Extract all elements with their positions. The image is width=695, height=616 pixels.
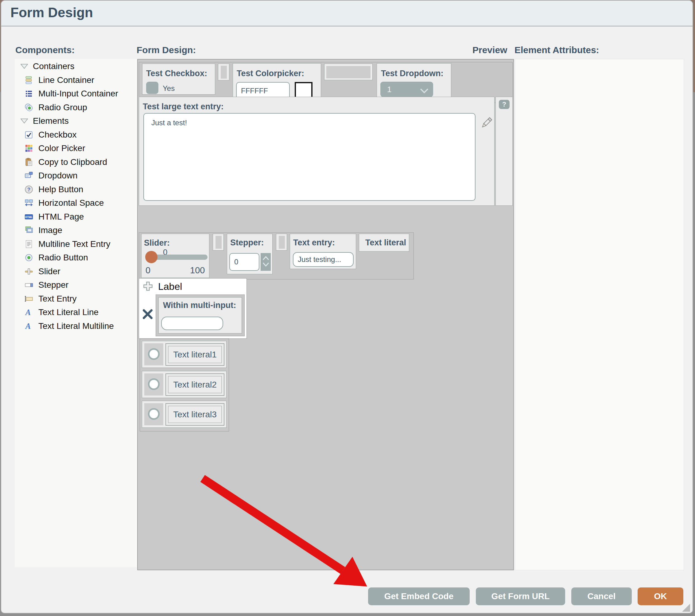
cancel-button[interactable]: Cancel xyxy=(571,587,632,605)
sidebar-item-label: Text Literal Line xyxy=(38,307,99,317)
stepper-up-icon[interactable] xyxy=(262,256,270,262)
sidebar-item-line-container[interactable]: Line Container xyxy=(15,73,137,87)
radio-option-label: Text literal3 xyxy=(168,406,222,423)
stepper-input[interactable]: 0 xyxy=(229,253,259,271)
line-container-icon xyxy=(24,76,33,85)
form-design-label: Form Design: xyxy=(137,45,196,55)
sidebar-item-html-page[interactable]: HTML HTML Page xyxy=(15,210,137,224)
sidebar-item-text-entry[interactable]: Text Entry xyxy=(15,292,137,306)
pencil-icon[interactable] xyxy=(479,115,494,131)
triangle-expander-icon[interactable] xyxy=(20,62,29,71)
text-entry-label: Text entry: xyxy=(293,238,335,248)
radio-button[interactable] xyxy=(148,348,159,360)
html-page-icon: HTML xyxy=(24,212,33,221)
ok-button[interactable]: OK xyxy=(638,587,683,605)
help-button[interactable]: ? xyxy=(499,100,510,109)
dropdown-select[interactable]: 1 xyxy=(380,82,433,97)
delete-x-icon[interactable] xyxy=(141,308,154,321)
sidebar-item-slider[interactable]: Slider xyxy=(15,265,137,279)
sidebar-item-label: Text Entry xyxy=(38,294,77,304)
spacer-bar xyxy=(221,66,227,79)
sidebar-item-copy-to-clipboard[interactable]: Copy to Clipboard xyxy=(15,155,137,169)
horizontal-space-widget[interactable] xyxy=(324,64,373,80)
radio-option-row[interactable]: Text literal1 xyxy=(142,341,226,368)
components-label: Components: xyxy=(15,45,74,55)
dialog-titlebar: Form Design xyxy=(1,1,693,27)
preview-tab[interactable]: Preview xyxy=(472,45,507,55)
checkbox-value-label: Yes xyxy=(163,84,175,93)
triangle-expander-icon[interactable] xyxy=(20,116,29,126)
text-entry-icon xyxy=(24,294,33,303)
large-textarea[interactable]: Just a test! xyxy=(143,113,475,201)
dropdown-icon xyxy=(24,171,33,180)
container-row-3[interactable]: Slider: 0 0 100 Stepper: 0 Text entry: J xyxy=(139,232,414,280)
multi-input-container-icon xyxy=(24,89,33,98)
components-panel: Containers Line Container Multi-Input Co… xyxy=(15,59,137,567)
tree-section-elements[interactable]: Elements xyxy=(15,114,137,128)
sidebar-item-multi-input-container[interactable]: Multi-Input Container xyxy=(15,87,137,101)
radio-button[interactable] xyxy=(148,378,159,390)
dropdown-value: 1 xyxy=(387,85,391,94)
sidebar-item-stepper[interactable]: Stepper xyxy=(15,278,137,292)
form-design-dialog: Form Design Components: Form Design: Pre… xyxy=(1,0,693,614)
checkbox-box[interactable] xyxy=(146,82,158,94)
radio-button[interactable] xyxy=(148,408,159,420)
stepper-down-icon[interactable] xyxy=(262,262,270,268)
text-entry-input[interactable]: Just testing... xyxy=(293,252,354,267)
sidebar-item-multiline-text-entry[interactable]: Multiline Text Entry xyxy=(15,237,137,251)
sidebar-item-color-picker[interactable]: Color Picker xyxy=(15,141,137,155)
sidebar-item-horizontal-space[interactable]: Horizontal Space xyxy=(15,196,137,210)
radio-cell xyxy=(144,373,163,396)
within-multi-input-label: Within multi-input: xyxy=(163,301,236,310)
large-text-label: Test large text entry: xyxy=(143,102,224,112)
slider-track[interactable] xyxy=(151,254,207,260)
sidebar-item-checkbox[interactable]: Checkbox xyxy=(15,128,137,142)
sidebar-item-image[interactable]: Image xyxy=(15,223,137,237)
test-dropdown-widget[interactable]: Test Dropdown: 1 xyxy=(377,63,451,100)
spacer-bar xyxy=(279,236,285,249)
radio-cell xyxy=(144,343,163,365)
label-group-widget[interactable]: Label Within multi-input: xyxy=(139,278,247,339)
sidebar-item-label: Radio Group xyxy=(38,103,87,112)
dialog-title: Form Design xyxy=(11,5,93,20)
stepper-buttons[interactable] xyxy=(260,253,271,271)
svg-text:?: ? xyxy=(27,186,30,192)
sidebar-item-radio-group[interactable]: Radio Group xyxy=(15,101,137,115)
radio-option-row[interactable]: Text literal3 xyxy=(142,401,226,428)
test-large-text-widget[interactable]: Test large text entry: Just a test! xyxy=(139,97,494,206)
text-literal-widget[interactable]: Text literal xyxy=(359,234,409,251)
sidebar-item-text-literal-multiline[interactable]: A Text Literal Multiline xyxy=(15,319,137,333)
get-form-url-button[interactable]: Get Form URL xyxy=(476,587,565,605)
get-embed-code-button[interactable]: Get Embed Code xyxy=(368,587,470,605)
sidebar-item-text-literal-line[interactable]: A Text Literal Line xyxy=(15,305,137,319)
test-checkbox-widget[interactable]: Test Checkbox: Yes xyxy=(142,64,215,95)
stepper-label: Stepper: xyxy=(230,238,264,248)
within-multi-input-widget[interactable]: Within multi-input: xyxy=(158,297,242,333)
sidebar-item-label: Multiline Text Entry xyxy=(38,239,110,249)
slider-handle[interactable] xyxy=(145,251,157,263)
slider-widget[interactable]: Slider: 0 0 100 xyxy=(141,234,209,278)
svg-text:HTML: HTML xyxy=(25,216,33,219)
radio-cell xyxy=(144,403,163,425)
tree-section-containers[interactable]: Containers xyxy=(15,60,137,73)
test-colorpicker-widget[interactable]: Test Colorpicker: FFFFFF xyxy=(233,63,321,102)
tree-section-label: Elements xyxy=(33,116,69,126)
sidebar-item-dropdown[interactable]: Dropdown xyxy=(15,169,137,183)
plus-icon[interactable] xyxy=(142,280,154,293)
clipboard-icon xyxy=(24,157,33,167)
stepper-widget[interactable]: Stepper: 0 xyxy=(227,234,273,274)
sidebar-item-label: Copy to Clipboard xyxy=(38,157,107,167)
multiline-text-icon xyxy=(24,239,33,249)
sidebar-item-radio-button[interactable]: Radio Button xyxy=(15,251,137,265)
radio-option-row[interactable]: Text literal2 xyxy=(142,371,226,398)
horizontal-space-fill xyxy=(326,66,371,78)
design-canvas[interactable]: Test Checkbox: Yes Test Colorpicker: FFF… xyxy=(137,59,514,570)
resize-grip-icon[interactable] xyxy=(681,603,691,612)
radio-literal-box: Text literal3 xyxy=(166,403,224,426)
test-dropdown-label: Test Dropdown: xyxy=(381,69,443,78)
text-entry-widget[interactable]: Text entry: Just testing... xyxy=(290,234,356,269)
within-multi-input-field[interactable] xyxy=(161,317,223,330)
components-tree: Containers Line Container Multi-Input Co… xyxy=(15,59,137,333)
sidebar-item-help-button[interactable]: ? Help Button xyxy=(15,183,137,197)
slider-icon xyxy=(24,267,33,276)
